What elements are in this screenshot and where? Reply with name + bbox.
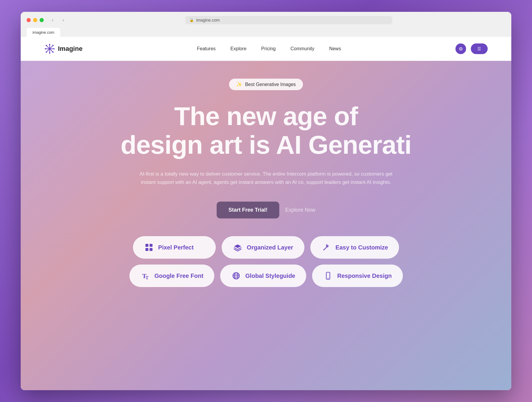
start-trial-button[interactable]: Start Free Trial! (217, 202, 279, 218)
menu-button[interactable]: ☰ (471, 43, 488, 54)
browser-content: Imagine Features Explore Pricing Communi… (21, 37, 511, 390)
nav-right: ⚙ ☰ (455, 43, 488, 54)
svg-point-5 (49, 44, 51, 45)
lock-icon: 🔒 (189, 18, 194, 22)
svg-point-9 (46, 45, 47, 46)
pill-organized-layer[interactable]: Organized Layer (222, 236, 304, 259)
pill-global-styleguide-label: Global Styleguide (245, 273, 295, 279)
svg-point-25 (327, 278, 328, 279)
grid-icon (144, 242, 154, 252)
active-tab[interactable]: imagine.com (27, 28, 60, 37)
pill-google-font-label: Google Free Font (155, 273, 204, 279)
explore-now-button[interactable]: Explore Now (285, 207, 315, 213)
badge-icon: ✨ (236, 82, 242, 87)
logo-area: Imagine (44, 43, 82, 54)
hero-buttons: Start Free Trial! Explore Now (217, 202, 315, 218)
nav-features[interactable]: Features (197, 46, 215, 51)
address-text: imagine.com (196, 18, 220, 22)
svg-text:T: T (145, 275, 149, 280)
pill-global-styleguide[interactable]: Global Styleguide (220, 265, 306, 287)
back-button[interactable]: ‹ (48, 16, 57, 24)
magic-icon (321, 242, 331, 252)
svg-point-8 (53, 48, 55, 50)
minimize-button[interactable] (33, 18, 37, 22)
type-icon: T T (140, 271, 150, 281)
pill-pixel-perfect-label: Pixel Perfect (158, 244, 194, 251)
pill-google-font[interactable]: T T Google Free Font (129, 265, 215, 287)
browser-chrome: ‹ › 🔒 imagine.com imagine.com (21, 12, 511, 37)
navbar: Imagine Features Explore Pricing Communi… (21, 37, 511, 61)
pills-row-2: T T Google Free Font (89, 265, 443, 287)
pill-pixel-perfect[interactable]: Pixel Perfect (133, 236, 216, 259)
forward-button[interactable]: › (59, 16, 67, 24)
address-bar[interactable]: 🔒 imagine.com (185, 16, 392, 24)
svg-rect-16 (150, 248, 153, 251)
nav-news[interactable]: News (329, 46, 341, 51)
maximize-button[interactable] (40, 18, 44, 22)
svg-point-11 (52, 45, 54, 46)
svg-point-12 (46, 51, 47, 53)
nav-explore[interactable]: Explore (231, 46, 246, 51)
svg-point-10 (52, 51, 54, 53)
hero-section: ✨ Best Generative Images The new age of … (21, 61, 511, 390)
nav-pricing[interactable]: Pricing (261, 46, 276, 51)
globe-icon (231, 271, 241, 281)
pill-responsive-design[interactable]: Responsive Design (312, 265, 403, 287)
logo-icon (44, 43, 55, 54)
hero-title: The new age of design art is AI Generati (121, 102, 411, 159)
layers-icon (233, 242, 243, 252)
close-button[interactable] (27, 18, 31, 22)
badge-text: Best Generative Images (245, 82, 296, 87)
nav-community[interactable]: Community (291, 46, 314, 51)
traffic-lights (27, 18, 44, 22)
badge: ✨ Best Generative Images (229, 79, 303, 90)
svg-rect-14 (150, 244, 153, 247)
phone-icon (323, 271, 333, 281)
pill-easy-customize[interactable]: Easy to Customize (310, 236, 399, 259)
nav-links: Features Explore Pricing Community News (197, 46, 341, 51)
pills-row-1: Pixel Perfect Organized Layer (89, 236, 443, 259)
svg-point-6 (49, 52, 51, 54)
browser-window: ‹ › 🔒 imagine.com imagine.com (21, 12, 511, 390)
svg-point-7 (45, 48, 46, 50)
svg-rect-13 (145, 244, 148, 247)
logo-text: Imagine (58, 45, 82, 53)
pill-easy-customize-label: Easy to Customize (335, 244, 388, 251)
feature-pills: Pixel Perfect Organized Layer (89, 236, 443, 287)
pill-organized-layer-label: Organized Layer (247, 244, 293, 251)
settings-button[interactable]: ⚙ (455, 43, 466, 54)
pill-responsive-design-label: Responsive Design (337, 273, 392, 279)
svg-rect-15 (145, 248, 148, 251)
hero-subtitle: AI-first is a totally new way to deliver… (133, 170, 399, 187)
